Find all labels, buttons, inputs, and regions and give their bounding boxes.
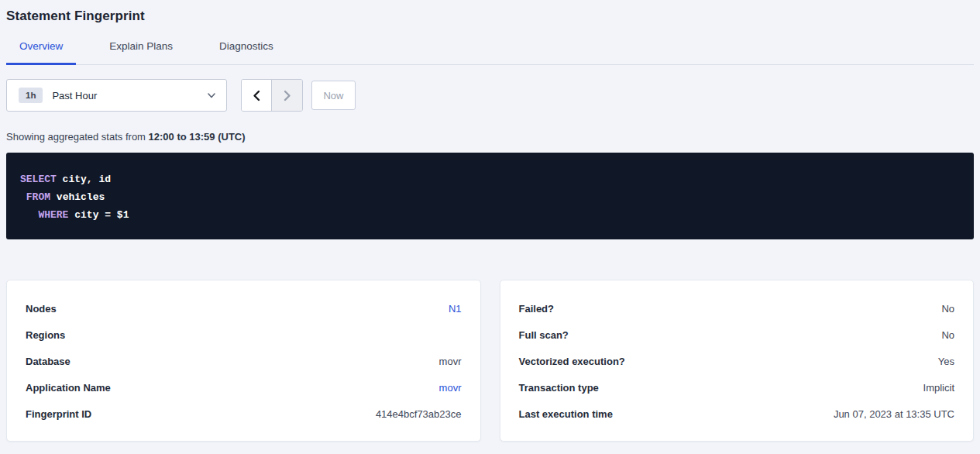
sql-text: vehicles — [50, 191, 105, 203]
table-row: Nodes N1 — [26, 295, 462, 322]
row-label: Full scan? — [519, 329, 569, 341]
transaction-type-value: Implicit — [923, 382, 954, 394]
row-label: Database — [26, 356, 70, 367]
table-row: Fingerprint ID 414e4bcf73ab23ce — [26, 401, 462, 427]
time-range-dropdown[interactable]: 1h Past Hour — [6, 79, 227, 112]
row-label: Application Name — [26, 382, 111, 394]
sql-text: city = $1 — [68, 209, 129, 221]
execution-attributes-card: Failed? No Full scan? No Vectorized exec… — [500, 280, 975, 442]
aggregated-stats-text: Showing aggregated stats from 12:00 to 1… — [6, 131, 974, 143]
table-row: Failed? No — [519, 295, 955, 322]
page-title: Statement Fingerprint — [6, 0, 974, 24]
sql-statement-text: SELECT city, id FROM vehicles WHERE city… — [20, 170, 960, 224]
sql-text: city, id — [57, 174, 111, 185]
time-range-badge: 1h — [19, 88, 43, 103]
row-label: Failed? — [519, 303, 555, 315]
table-row: Application Name movr — [26, 374, 462, 401]
summary-cards: Nodes N1 Regions Database movr Applicati… — [6, 280, 974, 442]
table-row: Vectorized execution? Yes — [519, 348, 955, 374]
tab-overview[interactable]: Overview — [6, 40, 76, 65]
statement-fingerprint-page: Statement Fingerprint Overview Explain P… — [0, 0, 980, 442]
table-row: Regions — [26, 322, 462, 348]
table-row: Transaction type Implicit — [519, 374, 955, 401]
sql-keyword: WHERE — [38, 209, 68, 221]
sql-keyword: FROM — [26, 191, 50, 203]
table-row: Last execution time Jun 07, 2023 at 13:3… — [519, 401, 955, 427]
failed-value: No — [941, 303, 954, 315]
sql-text — [20, 209, 38, 221]
time-controls: 1h Past Hour Now — [6, 79, 974, 112]
table-row: Database movr — [26, 348, 462, 374]
statement-details-card: Nodes N1 Regions Database movr Applicati… — [6, 280, 481, 442]
full-scan-value: No — [941, 329, 954, 341]
row-label: Transaction type — [519, 382, 599, 394]
now-button[interactable]: Now — [311, 81, 356, 110]
sql-text — [20, 191, 26, 203]
vectorized-execution-value: Yes — [938, 356, 954, 367]
row-label: Fingerprint ID — [26, 408, 91, 420]
sql-statement-box: SELECT city, id FROM vehicles WHERE city… — [6, 153, 974, 239]
nodes-link[interactable]: N1 — [449, 303, 462, 315]
row-label: Last execution time — [519, 408, 613, 420]
stats-range: 12:00 to 13:59 (UTC) — [149, 131, 246, 143]
chevron-down-icon — [207, 91, 216, 100]
row-label: Regions — [26, 329, 65, 341]
database-value: movr — [439, 356, 462, 367]
chevron-left-icon — [251, 90, 263, 101]
last-execution-time-value: Jun 07, 2023 at 13:35 UTC — [834, 408, 954, 420]
row-label: Nodes — [26, 303, 57, 315]
time-step-buttons — [241, 79, 303, 112]
sql-keyword: SELECT — [20, 174, 57, 185]
tab-explain-plans[interactable]: Explain Plans — [96, 40, 186, 65]
tab-bar: Overview Explain Plans Diagnostics — [6, 40, 974, 65]
next-time-button[interactable] — [272, 80, 302, 111]
time-range-label: Past Hour — [52, 90, 207, 101]
table-row: Full scan? No — [519, 322, 955, 348]
row-label: Vectorized execution? — [519, 356, 625, 367]
tab-diagnostics[interactable]: Diagnostics — [206, 40, 287, 65]
fingerprint-id-value: 414e4bcf73ab23ce — [376, 408, 462, 420]
chevron-right-icon — [281, 90, 293, 101]
prev-time-button[interactable] — [242, 80, 272, 111]
stats-prefix: Showing aggregated stats from — [6, 131, 149, 143]
application-name-link[interactable]: movr — [439, 382, 462, 394]
